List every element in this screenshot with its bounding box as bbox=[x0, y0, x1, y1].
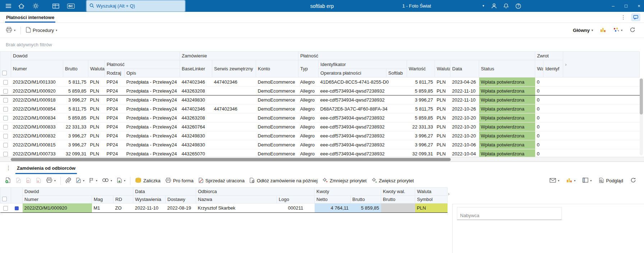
vertical-scrollbar-thumb[interactable] bbox=[640, 79, 643, 114]
payment-row-checkbox[interactable] bbox=[3, 134, 8, 139]
link-documents-button[interactable]: ▾ bbox=[100, 176, 114, 186]
col-typ[interactable]: Typ bbox=[298, 60, 319, 78]
col-identyfikator[interactable]: Identyfikator bbox=[319, 60, 407, 69]
payment-row[interactable]: 2022/ZO/M1/0009205 859,85PLNPP24Przedpła… bbox=[0, 86, 640, 95]
payment-row-checkbox[interactable] bbox=[3, 107, 8, 112]
columns-expander-icon[interactable]: › bbox=[448, 191, 450, 197]
zmniejsz-priorytet-button[interactable]: Zmniejsz priorytet bbox=[320, 176, 369, 186]
podglad-button[interactable]: Podgląd bbox=[597, 176, 625, 186]
maximize-button[interactable]: □ bbox=[620, 0, 632, 12]
nabywca-field[interactable]: Nabywca bbox=[457, 207, 562, 220]
col-serwis-zewnetrzny[interactable]: Serwis zewnętrzny bbox=[212, 60, 256, 78]
order-row-checkbox[interactable] bbox=[3, 206, 8, 211]
horizontal-scrollbar-thumb[interactable] bbox=[11, 158, 451, 161]
global-search[interactable] bbox=[86, 0, 185, 12]
orders-col-nazwa[interactable]: Nazwa bbox=[196, 196, 277, 203]
group-zwrot[interactable]: Zwrot bbox=[535, 52, 563, 60]
order-row[interactable]: 2022/ZO/M1/000920 M1 ZO 2022-11-10 2022-… bbox=[0, 203, 448, 213]
grid-apps-icon[interactable] bbox=[50, 0, 61, 12]
col-rodzaj[interactable]: Rodzaj bbox=[105, 69, 125, 78]
payment-row-checkbox[interactable] bbox=[3, 80, 8, 85]
company-selector[interactable]: 1 - Foto Świat ▾ bbox=[402, 0, 484, 12]
col-waluta-2[interactable]: Waluta bbox=[435, 60, 450, 78]
proforma-button[interactable]: Pro forma bbox=[163, 176, 196, 186]
orders-print-button[interactable]: ▾ bbox=[44, 176, 58, 186]
feedback-chat-icon[interactable] bbox=[631, 13, 640, 21]
group-platnosc[interactable]: Płatność bbox=[298, 52, 535, 60]
bc-module-icon[interactable]: BC bbox=[65, 0, 76, 12]
close-button[interactable]: × bbox=[633, 0, 644, 12]
col-waluta[interactable]: Waluta bbox=[88, 60, 105, 78]
edit-related-button[interactable]: ▾ bbox=[74, 176, 87, 186]
col-numer[interactable]: Numer bbox=[11, 60, 63, 78]
orders-group-kwoty-wal[interactable]: Kwoty wal. bbox=[381, 188, 415, 196]
home-icon[interactable] bbox=[16, 0, 27, 12]
payment-row-checkbox[interactable] bbox=[3, 143, 8, 147]
filter-bar[interactable]: Brak aktywnych filtrów bbox=[0, 38, 644, 51]
payment-row[interactable]: 2022/ZO/M1/0008545 811,75PLNPP24Przedpła… bbox=[0, 104, 640, 113]
col-zwrot-identyfikator[interactable]: Identyf bbox=[543, 60, 563, 78]
chevron-right-icon[interactable]: › bbox=[565, 62, 566, 67]
payment-row[interactable]: 2022/ZO/M1/00073332 099,31PLNPP24Przedpł… bbox=[0, 149, 640, 157]
edit-order-button[interactable] bbox=[14, 176, 23, 186]
orders-refresh-button[interactable] bbox=[628, 176, 638, 186]
payment-row[interactable]: 2023/ZO/M1/0013305 811,75PLNPP24Przedpła… bbox=[0, 78, 640, 86]
zwieksz-priorytet-button[interactable]: Zwiększ priorytet bbox=[369, 176, 416, 186]
col-softlab[interactable]: Softlab bbox=[386, 69, 407, 78]
orders-col-rd[interactable]: RD bbox=[113, 196, 133, 203]
settings-sun-icon[interactable] bbox=[30, 0, 41, 12]
subgroup-platnosc[interactable]: Płatność bbox=[105, 60, 180, 69]
orders-col-brutto-wal[interactable]: Brutto bbox=[381, 196, 415, 203]
tab-zamowienia-od-odbiorcow[interactable]: Zamówienia od odbiorców bbox=[15, 162, 77, 174]
orders-col-numer[interactable]: Numer bbox=[23, 196, 92, 203]
hamburger-menu-icon[interactable] bbox=[3, 0, 14, 12]
send-button[interactable]: ▾ bbox=[547, 176, 561, 186]
view-selector[interactable]: Główny ▾ bbox=[571, 25, 595, 36]
horizontal-scrollbar[interactable] bbox=[0, 157, 644, 161]
more-options-icon[interactable]: ⋮ bbox=[619, 14, 627, 20]
payment-row[interactable]: 2022/ZO/M1/00083322 331,33PLNPP24Przedpł… bbox=[0, 122, 640, 131]
flag-button[interactable]: ▾ bbox=[87, 176, 99, 186]
help-icon[interactable]: ? bbox=[513, 0, 524, 12]
orders-col-wystawienia[interactable]: Wystawienia bbox=[133, 196, 166, 203]
grid-settings-button[interactable]: ▾ bbox=[611, 25, 625, 36]
export-document-button[interactable]: ▾ bbox=[115, 176, 128, 186]
select-all-checkbox[interactable] bbox=[2, 71, 7, 75]
orders-col-dostawy[interactable]: Dostawy bbox=[166, 196, 196, 203]
user-icon[interactable] bbox=[488, 0, 499, 12]
section-drag-handle-icon[interactable]: ⋮ bbox=[4, 165, 13, 171]
orders-group-data[interactable]: Data bbox=[133, 188, 196, 196]
orders-chart-button[interactable]: ▾ bbox=[564, 176, 578, 186]
payment-row-checkbox[interactable] bbox=[3, 125, 8, 130]
refresh-button[interactable] bbox=[627, 25, 638, 36]
notifications-bell-icon[interactable] bbox=[501, 0, 511, 12]
search-input[interactable] bbox=[96, 3, 182, 9]
sprzedaz-utracona-button[interactable]: Sprzedaż utracona bbox=[196, 176, 247, 186]
add-order-button[interactable] bbox=[3, 176, 13, 186]
layout-panel-button[interactable]: ▾ bbox=[580, 176, 594, 186]
col-status[interactable]: Status bbox=[479, 60, 535, 78]
chart-view-button[interactable] bbox=[598, 25, 608, 36]
payment-row-checkbox[interactable] bbox=[3, 116, 8, 121]
payment-row-checkbox[interactable] bbox=[3, 89, 8, 94]
group-zamowienie[interactable]: Zamówienie bbox=[180, 52, 298, 60]
payment-row[interactable]: 2022/ZO/M1/0009183 996,27PLNPP24Przedpła… bbox=[0, 95, 640, 104]
col-zwrot-waluta[interactable]: Wa bbox=[535, 60, 543, 78]
zaliczka-button[interactable]: Zaliczka bbox=[133, 176, 163, 186]
orders-group-waluta[interactable]: Waluta bbox=[415, 188, 448, 196]
tab-platnosci-internetowe[interactable]: Płatności internetowe bbox=[5, 12, 55, 23]
delete-order-button[interactable] bbox=[34, 176, 43, 186]
col-wartosc[interactable]: Wartość bbox=[407, 60, 435, 78]
payment-row-checkbox[interactable] bbox=[3, 98, 8, 103]
cancel-order-button[interactable] bbox=[24, 176, 33, 186]
orders-group-kwoty[interactable]: Kwoty bbox=[315, 188, 381, 196]
orders-col-mag[interactable]: Mag bbox=[92, 196, 113, 203]
odloz-zamowienie-button[interactable]: Odłóż zamówienie na później bbox=[247, 176, 320, 186]
orders-select-all-checkbox[interactable] bbox=[2, 197, 7, 201]
procedures-button[interactable]: Procedury ▾ bbox=[24, 25, 59, 36]
attachments-button[interactable] bbox=[63, 176, 73, 186]
orders-group-dowod[interactable]: Dowód bbox=[23, 188, 133, 196]
orders-col-symbol[interactable]: Symbol bbox=[415, 196, 448, 203]
print-button[interactable]: ▾ bbox=[4, 25, 18, 36]
col-baselinker[interactable]: BaseLinker bbox=[180, 60, 212, 78]
